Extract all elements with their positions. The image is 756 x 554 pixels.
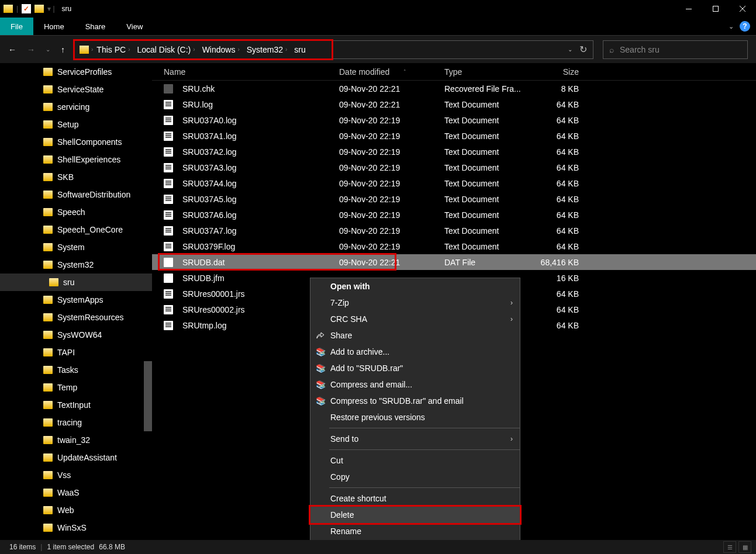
file-row[interactable]: SRU037A0.log09-Nov-20 22:19Text Document… [152, 112, 756, 128]
file-row[interactable]: SRU037A7.log09-Nov-20 22:19Text Document… [152, 223, 756, 238]
tree-item[interactable]: Speech_OneCore [0, 221, 152, 238]
file-row[interactable]: SRU037A2.log09-Nov-20 22:19Text Document… [152, 144, 756, 160]
forward-button[interactable]: → [27, 45, 35, 54]
tree-item[interactable]: Web [0, 501, 152, 519]
tree-item[interactable]: UpdateAssistant [0, 449, 152, 466]
file-size: 64 KB [532, 226, 585, 236]
folder-icon [43, 383, 53, 392]
file-row[interactable]: SRU037A3.log09-Nov-20 22:19Text Document… [152, 160, 756, 175]
file-row[interactable]: SRU.log09-Nov-20 22:21Text Document64 KB [152, 96, 756, 112]
tree-item-label: System [57, 243, 85, 252]
ribbon-tab-home[interactable]: Home [33, 19, 75, 34]
file-row[interactable]: SRUDB.dat09-Nov-20 22:21DAT File68,416 K… [152, 254, 756, 270]
column-header-size[interactable]: Size [532, 67, 585, 77]
refresh-icon[interactable]: ↻ [579, 44, 587, 55]
up-button[interactable]: ↑ [61, 45, 65, 54]
file-row[interactable]: SRU.chk09-Nov-20 22:21Recovered File Fra… [152, 81, 756, 96]
chevron-down-icon[interactable]: ⌄ [729, 23, 734, 30]
tree-item[interactable]: SysWOW64 [0, 326, 152, 344]
ctx-delete[interactable]: Delete [310, 507, 520, 523]
tree-item[interactable]: System [0, 238, 152, 256]
tree-item[interactable]: ShellExperiences [0, 151, 152, 168]
scrollbar-thumb[interactable] [144, 361, 152, 431]
address-dropdown-icon[interactable]: ⌄ [568, 46, 572, 53]
maximize-button[interactable] [702, 0, 729, 18]
separator [329, 428, 520, 428]
file-row[interactable]: SRU037A4.log09-Nov-20 22:19Text Document… [152, 175, 756, 191]
file-icon [164, 289, 173, 299]
tree-item[interactable]: WaaS [0, 484, 152, 501]
tree-item[interactable]: sru [0, 273, 152, 291]
ctx-compress-email[interactable]: 📚Compress and email... [310, 376, 520, 393]
breadcrumb-system32[interactable]: System32› [243, 41, 291, 58]
breadcrumb-sru[interactable]: sru [291, 41, 309, 58]
help-icon[interactable]: ? [740, 21, 750, 32]
tree-item[interactable]: SoftwareDistribution [0, 186, 152, 203]
navigation-tree[interactable]: ServiceProfilesServiceStateservicingSetu… [0, 63, 152, 536]
tree-item[interactable]: Vss [0, 466, 152, 484]
recent-locations-dropdown[interactable]: ⌄ [46, 46, 50, 53]
ctx-cut[interactable]: Cut [310, 452, 520, 469]
scrollbar[interactable] [144, 355, 152, 536]
tree-item-label: SoftwareDistribution [57, 190, 130, 199]
ribbon-tab-file[interactable]: File [0, 18, 33, 35]
tree-item[interactable]: System32 [0, 256, 152, 273]
tree-item[interactable]: ServiceProfiles [0, 63, 152, 81]
properties-icon[interactable]: ✓ [22, 4, 31, 13]
file-date: 09-Nov-20 22:19 [339, 226, 444, 236]
tree-item[interactable]: SKB [0, 168, 152, 186]
file-size: 64 KB [532, 242, 585, 251]
breadcrumb-c[interactable]: Local Disk (C:)› [133, 41, 198, 58]
ctx-share[interactable]: Share [310, 327, 520, 344]
chevron-right-icon: › [510, 299, 513, 307]
tree-item[interactable]: WinSxS [0, 519, 152, 536]
file-row[interactable]: SRU0379F.log09-Nov-20 22:19Text Document… [152, 238, 756, 254]
file-type: DAT File [444, 258, 532, 267]
breadcrumb-this-pc[interactable]: This PC› [93, 41, 133, 58]
column-header-type[interactable]: Type [444, 67, 532, 77]
close-button[interactable] [729, 0, 756, 18]
back-button[interactable]: ← [8, 45, 16, 54]
breadcrumb-windows[interactable]: Windows› [199, 41, 243, 58]
file-row[interactable]: SRU037A6.log09-Nov-20 22:19Text Document… [152, 207, 756, 223]
tree-item[interactable]: Tasks [0, 361, 152, 379]
tree-item-label: tracing [57, 418, 82, 427]
tree-item[interactable]: tracing [0, 414, 152, 431]
ctx-copy[interactable]: Copy [310, 469, 520, 485]
tree-item[interactable]: Speech [0, 203, 152, 221]
tree-item[interactable]: ShellComponents [0, 133, 152, 151]
ctx-add-archive[interactable]: 📚Add to archive... [310, 344, 520, 360]
ctx-crc-sha[interactable]: CRC SHA› [310, 311, 520, 327]
ribbon-tab-view[interactable]: View [116, 19, 153, 34]
tree-item[interactable]: ServiceState [0, 81, 152, 98]
tree-item[interactable]: servicing [0, 98, 152, 116]
tree-item[interactable]: TextInput [0, 396, 152, 414]
minimize-button[interactable] [675, 0, 702, 18]
ctx-add-rar[interactable]: 📚Add to "SRUDB.rar" [310, 360, 520, 376]
ctx-7zip[interactable]: 7-Zip› [310, 295, 520, 311]
tree-item[interactable]: TAPI [0, 344, 152, 361]
address-bar[interactable]: › This PC› Local Disk (C:)› Windows› Sys… [74, 40, 593, 59]
file-row[interactable]: SRU037A1.log09-Nov-20 22:19Text Document… [152, 128, 756, 144]
tree-item[interactable]: Temp [0, 379, 152, 396]
tree-item-label: Web [57, 505, 74, 515]
ctx-restore[interactable]: Restore previous versions [310, 409, 520, 425]
file-row[interactable]: SRU037A5.log09-Nov-20 22:19Text Document… [152, 191, 756, 207]
tree-item[interactable]: SystemResources [0, 309, 152, 326]
details-view-button[interactable]: ☰ [723, 541, 736, 553]
tree-item[interactable]: Setup [0, 116, 152, 133]
column-header-date[interactable]: Date modified [339, 67, 444, 77]
ctx-rename[interactable]: Rename [310, 523, 520, 539]
search-input[interactable]: ⌕ Search sru [603, 40, 748, 59]
column-header-name[interactable]: Name ˄ [152, 67, 339, 77]
sort-asc-icon: ˄ [403, 69, 406, 75]
ctx-open-with[interactable]: Open with [310, 278, 520, 295]
ctx-shortcut[interactable]: Create shortcut [310, 490, 520, 507]
ctx-send-to[interactable]: Send to› [310, 431, 520, 447]
ctx-compress-rar-email[interactable]: 📚Compress to "SRUDB.rar" and email [310, 393, 520, 409]
tree-item[interactable]: SystemApps [0, 291, 152, 309]
chevron-right-icon[interactable]: › [91, 46, 93, 53]
tree-item[interactable]: twain_32 [0, 431, 152, 449]
ribbon-tab-share[interactable]: Share [75, 19, 116, 34]
thumbnails-view-button[interactable]: ▦ [738, 541, 751, 553]
